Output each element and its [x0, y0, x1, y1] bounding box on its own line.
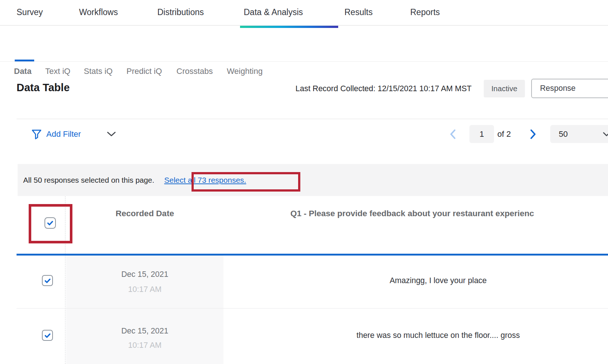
select-all-responses-link[interactable]: Select all 73 responses. — [164, 176, 246, 185]
page-size-value: 50 — [559, 125, 568, 143]
page-title: Data Table — [17, 82, 70, 94]
subnav-tab-weighting[interactable]: Weighting — [227, 67, 262, 76]
next-page-button[interactable] — [529, 129, 537, 141]
top-nav: Survey Workflows Distributions Data & An… — [0, 0, 608, 26]
row-divider — [17, 308, 608, 308]
chevron-down-icon — [602, 132, 608, 138]
filter-dropdown-chevron-icon[interactable] — [106, 131, 117, 139]
select-all-checkbox[interactable] — [44, 217, 56, 229]
column-header-recorded-date[interactable]: Recorded Date — [66, 209, 223, 218]
add-filter-button[interactable]: Add Filter — [31, 128, 81, 141]
current-page-input[interactable]: 1 — [469, 125, 494, 143]
q1-answer-value: there was so much lettuce on the floor..… — [223, 331, 608, 340]
recorded-date-value: Dec 15, 2021 — [66, 270, 223, 279]
chevron-left-icon — [449, 129, 457, 140]
recorded-time-value: 10:17 AM — [66, 285, 223, 294]
subnav-tab-crosstabs[interactable]: Crosstabs — [176, 67, 213, 76]
subnav-tab-predict-iq[interactable]: Predict iQ — [126, 67, 162, 76]
column-header-q1[interactable]: Q1 - Please provide feedback about your … — [290, 209, 534, 218]
nav-tab-results[interactable]: Results — [344, 7, 373, 17]
last-record-collected-text: Last Record Collected: 12/15/2021 10:17 … — [296, 84, 472, 93]
checkmark-icon — [44, 332, 51, 339]
nav-tab-reports[interactable]: Reports — [410, 7, 440, 17]
nav-tab-survey[interactable]: Survey — [17, 7, 43, 17]
nav-tab-data-and-analysis[interactable]: Data & Analysis — [244, 7, 303, 17]
page-count-label: of 2 — [497, 129, 511, 139]
section-divider — [17, 119, 608, 119]
responses-dropdown-button[interactable]: Response — [531, 79, 608, 98]
filter-funnel-icon — [31, 128, 42, 140]
checkmark-icon — [44, 277, 51, 285]
selection-banner: All 50 responses selected on this page. … — [18, 164, 608, 196]
subnav-tab-stats-iq[interactable]: Stats iQ — [84, 67, 112, 76]
nav-tab-distributions[interactable]: Distributions — [157, 7, 204, 17]
q1-answer-value: Amazingg, I love your place — [223, 276, 608, 285]
row-checkbox[interactable] — [42, 275, 53, 286]
checkmark-icon — [46, 219, 54, 227]
sub-nav: Data Text iQ Stats iQ Predict iQ Crossta… — [0, 26, 608, 62]
active-tab-gradient-underline — [240, 26, 338, 28]
subnav-tab-data[interactable]: Data — [14, 67, 32, 76]
row-checkbox[interactable] — [42, 330, 53, 341]
nav-tab-workflows[interactable]: Workflows — [79, 7, 118, 17]
qualtrics-data-analysis-page: Survey Workflows Distributions Data & An… — [0, 0, 608, 364]
table-row[interactable]: Dec 15, 2021 10:17 AM Amazingg, I love y… — [0, 256, 608, 308]
subnav-divider — [0, 61, 608, 62]
subnav-tab-text-iq[interactable]: Text iQ — [45, 67, 70, 76]
table-row[interactable]: Dec 15, 2021 10:17 AM there was so much … — [0, 308, 608, 364]
recorded-date-value: Dec 15, 2021 — [66, 326, 223, 336]
add-filter-label: Add Filter — [46, 129, 81, 139]
survey-status-badge: Inactive — [484, 80, 525, 97]
page-size-select[interactable]: 50 — [550, 125, 608, 143]
selection-message: All 50 responses selected on this page. — [23, 176, 154, 185]
previous-page-button[interactable] — [449, 129, 457, 141]
chevron-right-icon — [529, 129, 537, 140]
recorded-time-value: 10:17 AM — [66, 341, 223, 350]
